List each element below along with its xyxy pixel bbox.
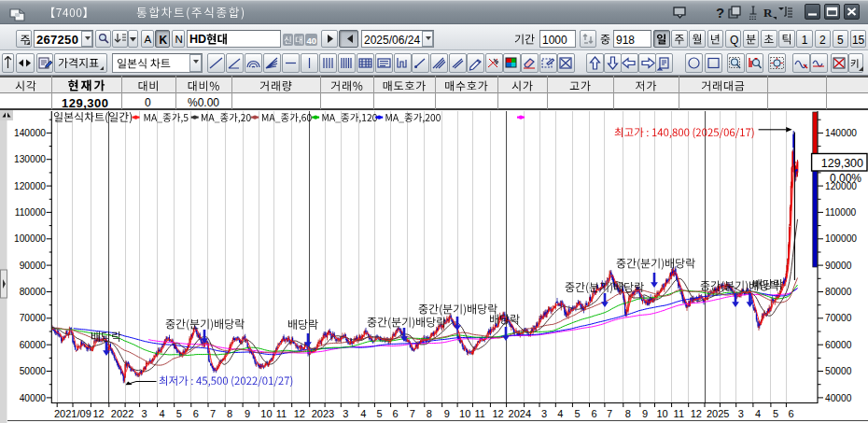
svg-text:7: 7 [410, 408, 415, 419]
svg-text:6: 6 [193, 408, 199, 419]
svg-text:12: 12 [492, 408, 503, 419]
svg-text:60000: 60000 [20, 340, 47, 350]
svg-text:11: 11 [474, 408, 484, 419]
svg-text:10: 10 [657, 408, 668, 419]
svg-text:8: 8 [427, 408, 432, 419]
svg-text:80000: 80000 [825, 287, 852, 297]
svg-text:7: 7 [607, 408, 612, 419]
svg-text:129,300: 129,300 [821, 157, 863, 170]
svg-text:10: 10 [459, 408, 470, 419]
svg-text:0.00%: 0.00% [830, 172, 861, 185]
svg-text:8: 8 [227, 408, 232, 419]
svg-text:5: 5 [376, 408, 382, 419]
svg-text:5: 5 [176, 408, 182, 419]
svg-text:8: 8 [625, 408, 631, 419]
svg-text:40000: 40000 [825, 393, 852, 403]
svg-text:90000: 90000 [20, 261, 47, 271]
svg-text:3: 3 [738, 408, 744, 419]
svg-text:70000: 70000 [20, 313, 47, 323]
svg-text:120000: 120000 [14, 181, 46, 191]
svg-text:2024: 2024 [509, 408, 531, 419]
svg-text:4: 4 [557, 408, 563, 419]
svg-text:50000: 50000 [20, 366, 47, 376]
svg-text:12: 12 [92, 408, 104, 419]
svg-text:10: 10 [260, 408, 272, 419]
svg-text:110000: 110000 [15, 207, 47, 218]
svg-text:12: 12 [294, 408, 305, 419]
svg-text:40000: 40000 [20, 393, 47, 403]
svg-text:2021/09: 2021/09 [54, 408, 91, 419]
svg-text:60000: 60000 [825, 340, 852, 350]
svg-text:6: 6 [788, 408, 793, 419]
svg-text:2022: 2022 [111, 408, 133, 419]
svg-text:4: 4 [160, 408, 165, 419]
svg-text:100000: 100000 [14, 233, 46, 244]
svg-text:80000: 80000 [20, 287, 47, 297]
svg-text:6: 6 [592, 408, 597, 419]
svg-text:5: 5 [773, 408, 778, 419]
svg-text:140000: 140000 [14, 128, 46, 138]
svg-text:11: 11 [674, 408, 684, 419]
svg-text:6: 6 [393, 408, 399, 419]
svg-text:4: 4 [755, 408, 761, 419]
svg-text:2025: 2025 [707, 408, 729, 419]
svg-text:3: 3 [142, 408, 147, 419]
svg-text:3: 3 [343, 408, 348, 419]
svg-text:11: 11 [276, 408, 287, 419]
svg-text:3: 3 [541, 408, 547, 419]
svg-text:9: 9 [642, 408, 648, 419]
svg-text:2023: 2023 [312, 408, 334, 419]
svg-text:12: 12 [691, 408, 702, 419]
svg-text:50000: 50000 [825, 366, 852, 376]
svg-text:70000: 70000 [825, 313, 852, 323]
svg-text:90000: 90000 [825, 261, 852, 271]
svg-text:7: 7 [210, 408, 216, 419]
svg-text:100000: 100000 [825, 233, 857, 244]
svg-text:140000: 140000 [825, 128, 857, 138]
svg-text:130000: 130000 [14, 154, 46, 164]
svg-text:9: 9 [444, 408, 450, 419]
svg-text:R: R [763, 6, 773, 20]
svg-text:?: ? [716, 5, 724, 21]
svg-text:4: 4 [360, 408, 366, 419]
svg-text:9: 9 [245, 408, 250, 419]
svg-text:5: 5 [574, 408, 580, 419]
svg-text:110000: 110000 [825, 207, 857, 218]
